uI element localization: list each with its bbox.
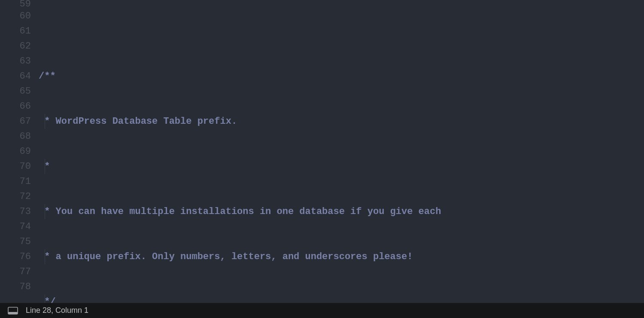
line-number-gutter: 59 60 61 62 63 64 65 66 67 68 69 70 71 7… [0, 0, 39, 303]
code-line: * You can have multiple installations in… [39, 204, 644, 219]
line-number: 60 [0, 9, 31, 24]
line-number: 72 [0, 189, 31, 204]
panel-switch-icon[interactable] [8, 307, 18, 315]
code-line: /** [39, 69, 644, 84]
line-number: 64 [0, 69, 31, 84]
code-line: * a unique prefix. Only numbers, letters… [39, 249, 644, 264]
line-number: 63 [0, 54, 31, 69]
status-bar[interactable]: Line 28, Column 1 [0, 303, 644, 318]
code-line: * WordPress Database Table prefix. [39, 114, 644, 129]
line-number: 77 [0, 264, 31, 279]
code-line [39, 30, 644, 39]
svg-rect-3 [8, 312, 18, 314]
line-number: 67 [0, 114, 31, 129]
line-number: 75 [0, 234, 31, 249]
line-number: 59 [0, 0, 31, 9]
line-number: 62 [0, 39, 31, 54]
line-number: 61 [0, 24, 31, 39]
line-number: 76 [0, 249, 31, 264]
cursor-position: Line 28, Column 1 [26, 303, 88, 318]
line-number: 70 [0, 159, 31, 174]
line-number: 78 [0, 279, 31, 294]
line-number: 69 [0, 144, 31, 159]
line-number: 74 [0, 219, 31, 234]
line-number: 71 [0, 174, 31, 189]
line-number: 65 [0, 84, 31, 99]
line-number: 66 [0, 99, 31, 114]
line-number: 68 [0, 129, 31, 144]
line-number: 73 [0, 204, 31, 219]
code-line: * [39, 159, 644, 174]
code-editor[interactable]: 59 60 61 62 63 64 65 66 67 68 69 70 71 7… [0, 0, 644, 303]
code-area[interactable]: /** * WordPress Database Table prefix. *… [39, 0, 644, 303]
